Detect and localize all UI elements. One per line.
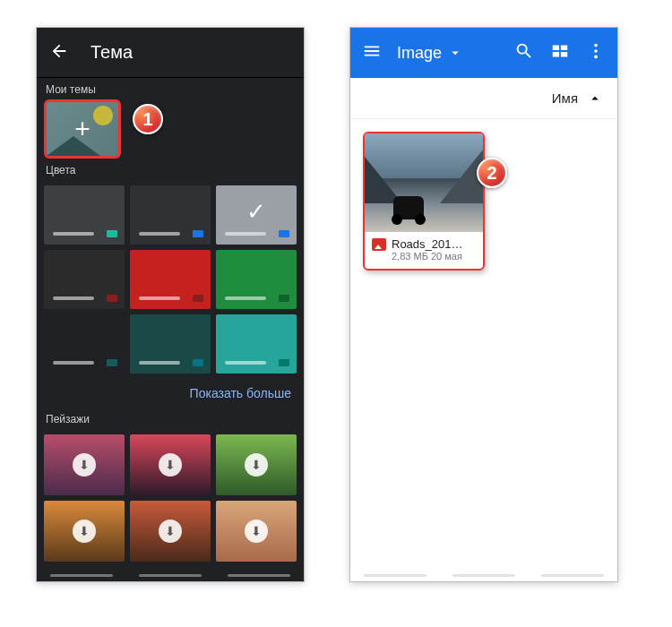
color-grid: ✓ <box>37 180 304 379</box>
file-picker-screen: Image Имя Roads_201… 2,83 МБ 20 мая <box>349 27 618 582</box>
sun-decor <box>93 106 113 125</box>
callout-2: 2 <box>477 158 507 188</box>
folder-title: Image <box>397 44 442 63</box>
appbar: Image <box>350 28 617 78</box>
appbar: Тема <box>37 28 304 78</box>
plus-icon: + <box>74 114 90 144</box>
colors-label: Цвета <box>37 159 304 180</box>
color-tile-7[interactable] <box>130 314 211 374</box>
search-icon[interactable] <box>513 41 535 64</box>
file-thumbnail <box>365 133 483 232</box>
svg-point-1 <box>594 49 598 53</box>
color-tile-1[interactable] <box>130 185 211 245</box>
android-navbar <box>350 569 617 581</box>
file-card[interactable]: Roads_201… 2,83 МБ 20 мая <box>363 132 485 271</box>
color-tile-2[interactable]: ✓ <box>216 185 297 245</box>
download-icon: ⬇ <box>159 453 182 477</box>
mountain-decor <box>47 136 100 156</box>
landscape-tile-3[interactable]: ⬇ <box>44 501 125 562</box>
color-tile-0[interactable] <box>44 185 125 245</box>
color-tile-5[interactable] <box>216 250 297 309</box>
folder-dropdown[interactable]: Image <box>397 44 463 63</box>
my-themes-row: + <box>37 99 304 159</box>
download-icon: ⬇ <box>73 453 96 477</box>
svg-point-2 <box>594 56 598 59</box>
svg-point-0 <box>594 44 598 47</box>
my-themes-label: Мои темы <box>37 78 304 99</box>
file-size-date: 2,83 МБ 20 мая <box>372 251 476 262</box>
landscape-grid: ⬇⬇⬇⬇⬇⬇ <box>37 429 304 567</box>
color-tile-3[interactable] <box>44 250 125 309</box>
color-tile-4[interactable] <box>130 250 211 309</box>
add-theme-tile[interactable]: + <box>44 99 121 159</box>
landscape-tile-0[interactable]: ⬇ <box>44 434 125 495</box>
show-more-link[interactable]: Показать больше <box>37 379 304 408</box>
file-meta: Roads_201… 2,83 МБ 20 мая <box>365 232 483 269</box>
download-icon: ⬇ <box>73 520 96 543</box>
theme-picker-screen: Тема Мои темы + Цвета ✓ Показать больше … <box>36 27 305 582</box>
file-name: Roads_201… <box>392 237 463 251</box>
chevron-up-icon <box>587 90 603 107</box>
sort-label: Имя <box>552 90 578 106</box>
download-icon: ⬇ <box>245 453 268 477</box>
landscapes-label: Пейзажи <box>37 408 304 429</box>
sort-row[interactable]: Имя <box>350 78 617 119</box>
image-icon <box>372 238 386 251</box>
view-grid-icon[interactable] <box>549 41 571 64</box>
landscape-tile-4[interactable]: ⬇ <box>130 501 211 562</box>
download-icon: ⬇ <box>245 520 268 543</box>
color-tile-8[interactable] <box>216 314 297 374</box>
menu-icon[interactable] <box>361 41 383 64</box>
check-icon: ✓ <box>246 198 266 226</box>
download-icon: ⬇ <box>159 520 182 543</box>
chevron-down-icon <box>447 45 463 61</box>
back-icon[interactable] <box>49 41 69 64</box>
landscape-tile-1[interactable]: ⬇ <box>130 434 211 495</box>
screen-title: Тема <box>90 42 133 63</box>
more-icon[interactable] <box>585 41 607 64</box>
landscape-tile-2[interactable]: ⬇ <box>216 434 297 495</box>
callout-1: 1 <box>133 104 163 134</box>
color-tile-6[interactable] <box>44 314 125 374</box>
landscape-tile-5[interactable]: ⬇ <box>216 501 297 562</box>
android-navbar <box>37 569 304 581</box>
